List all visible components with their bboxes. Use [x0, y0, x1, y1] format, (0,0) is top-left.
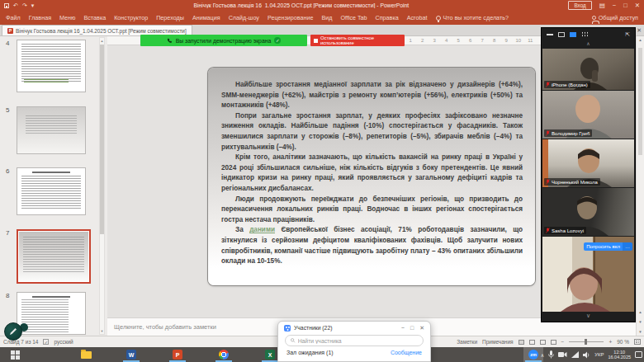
participants-window-header[interactable]: Участники (22) − □ ✕: [278, 322, 430, 334]
save-icon[interactable]: [4, 3, 9, 8]
powerpoint-icon: P: [173, 350, 182, 360]
network-icon[interactable]: [571, 351, 579, 358]
thumbnail-slide-7-selected[interactable]: 7: [0, 229, 91, 284]
speaker-view-icon[interactable]: [558, 32, 565, 37]
video-tile-participant-2[interactable]: Володимир Гриб: [542, 91, 634, 139]
ribbon-options-icon[interactable]: ▤: [599, 2, 605, 9]
tab-menu[interactable]: Меню: [59, 14, 75, 21]
slide-4-preview[interactable]: [17, 40, 86, 92]
close-window-icon[interactable]: ✕: [419, 325, 424, 331]
share-button[interactable]: Общий доступ: [592, 14, 638, 21]
slide-7-preview[interactable]: [19, 232, 88, 281]
tab-design[interactable]: Конструктор: [114, 14, 148, 21]
ask-to-unmute-button[interactable]: Попросить вкл …: [584, 242, 632, 251]
tab-transitions[interactable]: Переходы: [156, 14, 184, 21]
scroll-up-icon[interactable]: ▲: [637, 38, 643, 42]
participant-search-box[interactable]: [285, 335, 424, 346]
sign-in-button[interactable]: Вход: [568, 1, 591, 10]
taskbar-powerpoint[interactable]: P: [168, 347, 187, 362]
slide-sorter-view-icon[interactable]: [529, 340, 535, 345]
main-vertical-scrollbar[interactable]: ▲ ▲ ▼ ▼: [636, 36, 644, 336]
previous-slide-icon[interactable]: ▲: [637, 310, 643, 314]
strip-view-icon[interactable]: [570, 32, 576, 37]
slide-paragraph-4: Люди продовжують переїжджати до безпечні…: [221, 195, 523, 226]
scroll-participants-up-icon[interactable]: ∧: [542, 40, 635, 49]
search-input[interactable]: [298, 338, 418, 344]
tab-file[interactable]: Файл: [6, 14, 21, 21]
zoom-slider[interactable]: [569, 341, 604, 342]
video-tile-participant-1[interactable]: iPhone (Богдан): [542, 49, 634, 90]
maximize-window-icon[interactable]: □: [410, 325, 414, 331]
video-tile-participant-3[interactable]: Чорненький Микола: [542, 139, 634, 187]
fit-slide-icon[interactable]: [634, 339, 641, 345]
comments-toggle[interactable]: Примечания: [482, 339, 514, 345]
redo-icon[interactable]: ↷: [22, 2, 27, 8]
scroll-participants-down-icon[interactable]: ∨: [542, 312, 635, 322]
normal-view-icon[interactable]: [519, 340, 524, 345]
stop-share-button[interactable]: Остановить совместное использование: [310, 35, 405, 46]
slide-8-preview[interactable]: [17, 292, 86, 335]
taskbar-word[interactable]: W: [121, 347, 141, 362]
thumbnail-title-line: [32, 296, 70, 298]
scroll-up-icon[interactable]: ▲: [100, 39, 104, 43]
current-slide[interactable]: Найбільше зростання медіанної зарплати з…: [208, 68, 535, 285]
reading-view-icon[interactable]: [540, 340, 546, 345]
language-indicator[interactable]: русский: [54, 339, 73, 345]
thumbnail-slide-5[interactable]: 5: [0, 106, 86, 154]
notes-toggle[interactable]: Заметки: [457, 339, 477, 345]
speaker-icon[interactable]: [583, 351, 590, 359]
thumbnail-slide-6[interactable]: 6: [0, 167, 86, 215]
gallery-view-icon[interactable]: [581, 31, 588, 37]
language-tray-indicator[interactable]: УКР: [594, 352, 604, 357]
more-options-icon[interactable]: …: [623, 242, 632, 251]
document-tab-close-icon[interactable]: ✕: [637, 27, 642, 34]
waiting-room-label[interactable]: Зал ожидания (1): [286, 350, 334, 355]
slideshow-view-icon[interactable]: [551, 340, 556, 345]
video-tile-participant-5[interactable]: Попросить вкл …: [542, 237, 634, 312]
minimize-window-icon[interactable]: −: [401, 325, 405, 331]
tab-animations[interactable]: Анимация: [192, 14, 220, 21]
tab-home[interactable]: Главная: [29, 14, 51, 21]
annotation-pencil-button[interactable]: [4, 322, 22, 341]
minimize-button[interactable]: −: [613, 2, 616, 9]
tell-me-box[interactable]: Что вы хотите сделать?: [436, 14, 509, 21]
clock[interactable]: 12:10 16.04.2025: [608, 350, 631, 360]
thumbnail-slide-4[interactable]: 4: [0, 40, 86, 92]
message-link[interactable]: Сообщение: [391, 350, 422, 355]
tab-slideshow[interactable]: Слайд-шоу: [229, 14, 259, 21]
taskbar-chrome[interactable]: [214, 347, 234, 362]
close-button[interactable]: ✕: [635, 2, 640, 9]
scroll-down-icon[interactable]: ▼: [637, 330, 643, 334]
zoom-level[interactable]: 90 %: [617, 339, 629, 345]
taskbar-file-explorer[interactable]: [76, 347, 96, 362]
thumbnail-scrollbar[interactable]: ▲ ▼: [99, 37, 105, 335]
start-button[interactable]: [5, 347, 25, 362]
zoom-out-icon[interactable]: −: [561, 339, 565, 345]
tab-insert[interactable]: Вставка: [83, 14, 106, 21]
slide-hyperlink[interactable]: даними: [249, 226, 275, 233]
tab-office-tab[interactable]: Office Tab: [340, 14, 367, 21]
notification-center-icon[interactable]: [635, 351, 642, 358]
video-tile-participant-4[interactable]: Sasha Lozovyi: [542, 188, 634, 236]
next-slide-icon[interactable]: ▼: [637, 320, 643, 324]
undo-icon[interactable]: ↶: [13, 2, 18, 8]
expand-panel-icon[interactable]: ⇱: [625, 31, 630, 38]
slide-5-preview[interactable]: [17, 106, 86, 154]
microphone-icon[interactable]: [548, 350, 554, 359]
maximize-button[interactable]: □: [623, 2, 627, 9]
minimize-panel-icon[interactable]: [547, 34, 553, 35]
scroll-down-icon[interactable]: ▼: [100, 329, 104, 333]
spellcheck-icon[interactable]: ✓: [43, 339, 49, 345]
check-icon: ✓: [274, 37, 281, 44]
scrollbar-thumb[interactable]: [638, 48, 642, 155]
zoom-slider-thumb[interactable]: [585, 339, 587, 345]
tab-view[interactable]: Вид: [321, 14, 332, 21]
camera-icon[interactable]: [558, 351, 567, 358]
scrollbar-thumb[interactable]: [100, 45, 104, 234]
slide-6-preview[interactable]: [17, 167, 86, 215]
tab-review[interactable]: Рецензирование: [268, 14, 314, 21]
tab-help[interactable]: Справка: [376, 14, 399, 21]
tray-expand-icon[interactable]: ∧: [541, 352, 544, 358]
zoom-in-icon[interactable]: +: [608, 339, 612, 345]
tab-acrobat[interactable]: Acrobat: [407, 14, 428, 21]
